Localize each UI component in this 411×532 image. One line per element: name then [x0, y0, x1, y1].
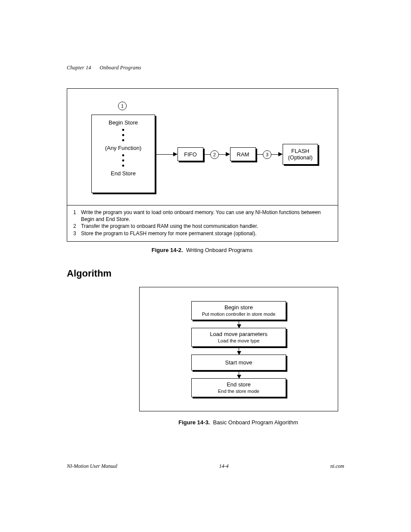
flow-box-begin-store: Begin store Put motion controller in sto… — [191, 301, 286, 320]
legend-text: Write the program you want to load onto … — [81, 209, 332, 223]
flow-subtitle: End the store mode — [193, 389, 284, 394]
flow-title: Load move parameters — [193, 331, 284, 337]
figure-14-2-diagram: 1 Begin Store ••• (Any Function) ••• End… — [67, 89, 338, 205]
legend-item: 1 Write the program you want to load ont… — [73, 209, 332, 223]
ellipsis-dots: ••• — [122, 154, 125, 168]
figure-14-2: 1 Begin Store ••• (Any Function) ••• End… — [67, 88, 338, 242]
legend-num: 2 — [73, 223, 81, 230]
flow-title: Start move — [193, 359, 284, 366]
ellipsis-dots: ••• — [122, 128, 125, 142]
legend-text: Transfer the program to onboard RAM usin… — [81, 223, 258, 230]
section-heading-algorithm: Algorithm — [67, 268, 344, 279]
label-ram: RAM — [237, 151, 249, 158]
arrowhead-icon — [226, 152, 230, 156]
connector-line — [257, 154, 263, 155]
label-begin-store: Begin Store — [109, 119, 138, 126]
page-footer: NI-Motion User Manual 14-4 ni.com — [67, 463, 344, 470]
footer-page-number: 14-4 — [219, 463, 229, 470]
label-fifo: FIFO — [184, 151, 197, 158]
connector-line — [204, 154, 210, 155]
flow-arrow-down-icon — [239, 347, 239, 355]
flow-subtitle: Load the move type — [193, 338, 284, 343]
chapter-title: Onboard Programs — [100, 65, 141, 71]
flow-title: Begin store — [193, 304, 284, 311]
flow-box-load-params: Load move parameters Load the move type — [191, 328, 286, 347]
footer-site: ni.com — [330, 463, 344, 470]
legend-text: Store the program to FLASH memory for mo… — [81, 230, 257, 237]
flow-title: End store — [193, 381, 284, 388]
caption-text: Writing Onboard Programs — [186, 247, 252, 253]
figure-14-2-caption: Figure 14-2. Writing Onboard Programs — [67, 247, 337, 253]
page: Chapter 14Onboard Programs 1 Begin Store… — [0, 0, 411, 532]
figure-14-3: Begin store Put motion controller in sto… — [139, 287, 338, 411]
legend-num: 1 — [73, 209, 81, 223]
legend-item: 2 Transfer the program to onboard RAM us… — [73, 223, 332, 230]
label-any-function: (Any Function) — [105, 145, 142, 151]
flow-box-end-store: End store End the store mode — [191, 378, 286, 397]
callout-2: 2 — [210, 150, 219, 159]
label-flash-optional: (Optional) — [288, 154, 312, 161]
callout-1: 1 — [118, 102, 127, 110]
arrowhead-icon — [173, 152, 177, 156]
box-fifo: FIFO — [177, 147, 203, 161]
label-flash: FLASH — [291, 148, 309, 154]
legend-item: 3 Store the program to FLASH memory for … — [73, 230, 332, 237]
caption-number: Figure 14-3. — [178, 419, 210, 426]
footer-manual-title: NI-Motion User Manual — [67, 463, 117, 470]
caption-number: Figure 14-2. — [152, 247, 183, 253]
flow-arrow-down-icon — [239, 320, 239, 328]
arrowhead-icon — [278, 152, 283, 156]
box-store-sequence: Begin Store ••• (Any Function) ••• End S… — [91, 115, 155, 193]
box-flash: FLASH (Optional) — [283, 144, 318, 165]
flow-arrow-down-icon — [239, 370, 239, 378]
legend-num: 3 — [73, 230, 81, 237]
chapter-label: Chapter 14 — [67, 65, 91, 71]
running-header: Chapter 14Onboard Programs — [67, 65, 344, 71]
figure-14-3-caption: Figure 14-3. Basic Onboard Program Algor… — [139, 419, 337, 426]
box-ram: RAM — [230, 147, 256, 161]
flow-box-start-move: Start move — [191, 355, 286, 370]
connector-line — [156, 154, 174, 155]
figure-legend: 1 Write the program you want to load ont… — [67, 205, 338, 241]
label-end-store: End Store — [111, 170, 136, 177]
flow-subtitle: Put motion controller in store mode — [193, 311, 284, 317]
callout-3: 3 — [263, 150, 271, 159]
caption-text: Basic Onboard Program Algorithm — [213, 419, 298, 426]
